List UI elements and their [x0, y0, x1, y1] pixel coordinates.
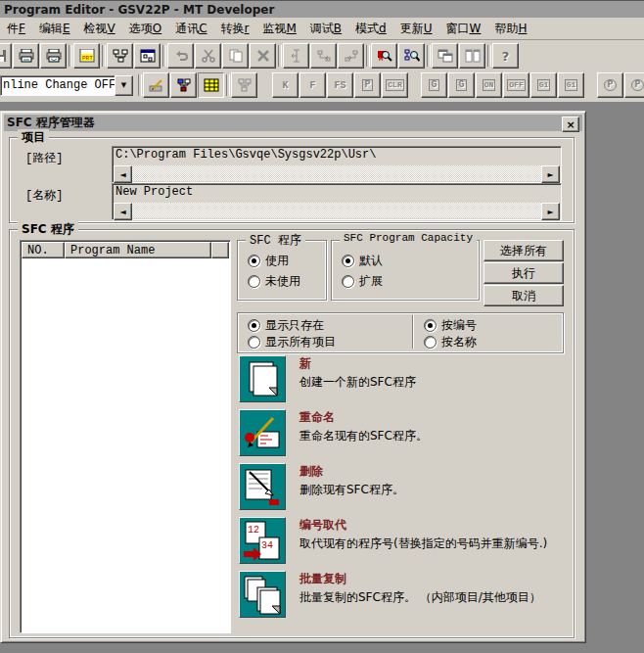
symbol-g1-button[interactable]: G: [421, 72, 447, 98]
sfc-block-list-button[interactable]: [170, 72, 197, 98]
symbol-g2-button[interactable]: G: [448, 72, 475, 98]
path-scrollbar[interactable]: ◄ ►: [114, 165, 560, 181]
label-p-button[interactable]: P: [624, 72, 644, 98]
name-scrollbar[interactable]: ◄ ►: [114, 203, 560, 218]
help-button[interactable]: ?: [492, 43, 519, 69]
program-list[interactable]: NO. Program Name: [20, 240, 231, 633]
find-button[interactable]: M: [371, 43, 397, 69]
column-header-program-name[interactable]: Program Name: [65, 242, 211, 258]
select-all-button[interactable]: 选择所有: [483, 240, 564, 261]
action-delete[interactable]: 删除 删除现有SFC程序。: [237, 461, 579, 514]
menu-item-file[interactable]: 件F: [0, 19, 32, 39]
menu-item-help[interactable]: 帮助H: [487, 19, 533, 39]
delete-program-icon: [239, 463, 286, 510]
print-button[interactable]: [13, 43, 39, 69]
find-step-button[interactable]: [398, 43, 425, 69]
menu-item-update[interactable]: 更新U: [393, 19, 439, 39]
dialog-close-button[interactable]: ×: [562, 117, 579, 132]
arrow-left-icon: ◄: [119, 208, 125, 216]
scroll-right-button[interactable]: ►: [541, 203, 560, 220]
radio-by-number[interactable]: 按编号: [424, 317, 477, 334]
copy-button[interactable]: [222, 43, 249, 69]
action-new[interactable]: 新 创建一个新的SFC程序: [237, 353, 579, 406]
radio-by-name[interactable]: 按名称: [424, 334, 477, 350]
scroll-right-button[interactable]: ►: [541, 165, 560, 183]
symbol-f-button[interactable]: F: [299, 72, 326, 98]
action-title: 编号取代: [299, 517, 346, 534]
symbol-clr-button[interactable]: CLR: [382, 72, 408, 98]
menu-item-edit[interactable]: 编辑E: [32, 19, 77, 39]
insert-step-button[interactable]: [283, 43, 309, 69]
menu-item-convert[interactable]: 转换r: [214, 19, 256, 39]
radio-unuse[interactable]: 未使用: [248, 273, 300, 290]
action-renumber[interactable]: 1234 编号取代 取代现有的程序号(替换指定的号码并重新编号.): [237, 515, 579, 568]
symbol-p-button[interactable]: P: [354, 72, 381, 98]
cancel-button[interactable]: 取消: [483, 285, 564, 306]
sfc-diagram-button[interactable]: [107, 43, 133, 69]
print-preview-button[interactable]: [40, 43, 67, 69]
menu-item-monitor[interactable]: 监视M: [256, 19, 303, 39]
program-window-icon: [140, 49, 156, 63]
path-field[interactable]: C:\Program Files\Gsvqe\Sysgsv22p\Usr\ ◄ …: [112, 146, 562, 183]
batch-copy-icon: [239, 571, 286, 618]
sfc-program-box-legend: SFC 程序: [246, 232, 305, 249]
radio-default[interactable]: 默认: [342, 253, 383, 269]
symbol-k-button[interactable]: K: [272, 72, 299, 98]
action-batch-copy[interactable]: 批量复制 批量复制的SFC程序。 （内部项目/其他项目）: [237, 569, 579, 622]
symbol-off-button[interactable]: OFF: [503, 72, 529, 98]
radio-circle: [248, 319, 260, 332]
action-description: 删除现有SFC程序。: [299, 482, 579, 498]
column-header-blank[interactable]: [211, 242, 229, 258]
sfc-monitor-button[interactable]: [231, 72, 257, 98]
combo-dropdown-button[interactable]: ▼: [115, 75, 133, 96]
sfc-program-manager-dialog: SFC 程序管理器 × 项目 [路径] C:\Program Files\Gsv…: [0, 111, 586, 643]
print-format-button[interactable]: PRT: [73, 43, 100, 69]
tile-windows-button[interactable]: [459, 43, 485, 69]
symbol-gsub1-button[interactable]: G1: [530, 72, 557, 98]
display-options-panel: 显示只存在 显示所有项目 按编号 按名称: [237, 312, 564, 353]
menu-item-comm[interactable]: 通讯C: [168, 19, 213, 39]
radio-show-all[interactable]: 显示所有项目: [248, 334, 336, 350]
save-button[interactable]: [0, 43, 12, 69]
window-titlebar[interactable]: Program Editor - GSV22P - MT Developer: [0, 0, 644, 19]
radio-circle: [248, 336, 260, 349]
action-description: 创建一个新的SFC程序: [299, 374, 579, 391]
name-field[interactable]: New Project ◄ ►: [112, 183, 562, 220]
jump-p-button[interactable]: P: [597, 72, 623, 98]
program-window-button[interactable]: [134, 43, 161, 69]
insert-series-button[interactable]: [338, 43, 364, 69]
arrow-left-icon: ◄: [119, 170, 125, 179]
action-rename[interactable]: 重命名 重命名现有的SFC程序。: [237, 407, 579, 460]
scroll-left-button[interactable]: ◄: [114, 165, 132, 183]
cascade-windows-icon: [437, 49, 453, 63]
edit-comment-button[interactable]: [143, 72, 169, 98]
insert-series-icon: [344, 49, 359, 63]
menu-item-debug[interactable]: 调试B: [303, 19, 348, 39]
radio-show-existing[interactable]: 显示只存在: [248, 317, 324, 334]
column-header-no[interactable]: NO.: [22, 242, 65, 258]
delete-button[interactable]: [250, 43, 276, 69]
cut-button[interactable]: [195, 43, 221, 69]
sfc-monitor-icon: [237, 78, 253, 92]
radio-use[interactable]: 使用: [248, 253, 289, 269]
radio-extended[interactable]: 扩展: [342, 273, 383, 290]
menu-item-window[interactable]: 窗口W: [439, 19, 488, 39]
symbol-on-button[interactable]: ON: [476, 72, 502, 98]
dialog-titlebar[interactable]: SFC 程序管理器 ×: [4, 115, 582, 131]
undo-button[interactable]: [167, 43, 194, 69]
menu-item-view[interactable]: 检视V: [77, 19, 122, 39]
online-change-combo[interactable]: nline Change OFF ▼: [0, 75, 133, 96]
symbol-gsub2-button[interactable]: G1: [558, 72, 584, 98]
device-list-button[interactable]: [198, 72, 224, 98]
insert-branch-button[interactable]: [310, 43, 337, 69]
menu-item-mode[interactable]: 模式d: [348, 19, 393, 39]
cascade-windows-button[interactable]: [432, 43, 458, 69]
scroll-left-button[interactable]: ◄: [114, 203, 132, 220]
menu-item-options[interactable]: 选项O: [122, 19, 168, 39]
program-list-body[interactable]: [22, 258, 229, 631]
execute-button[interactable]: 执行: [483, 262, 564, 284]
prt-document-icon: PRT: [79, 49, 95, 63]
action-description: 批量复制的SFC程序。 （内部项目/其他项目）: [299, 589, 579, 606]
insert-branch-icon: [316, 49, 332, 63]
symbol-fs-button[interactable]: FS: [327, 72, 353, 98]
